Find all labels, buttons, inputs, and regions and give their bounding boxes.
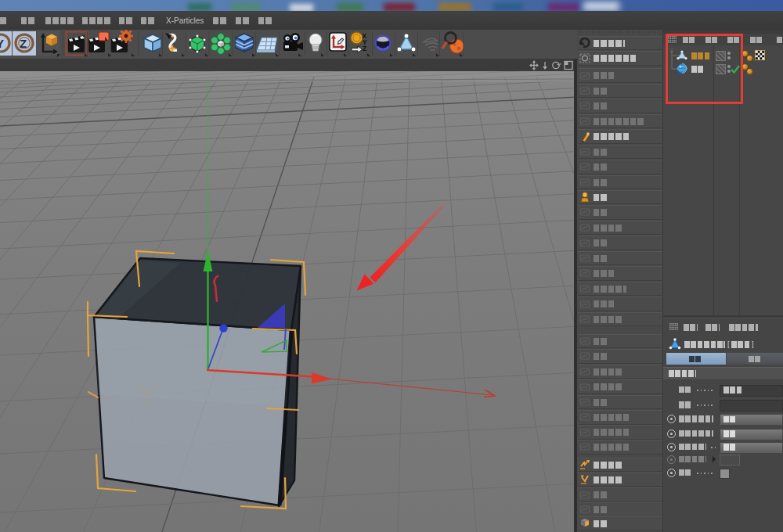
svg-text:Y: Y (0, 37, 4, 50)
svg-text:Z: Z (363, 45, 366, 52)
svg-text:Z: Z (20, 37, 27, 50)
